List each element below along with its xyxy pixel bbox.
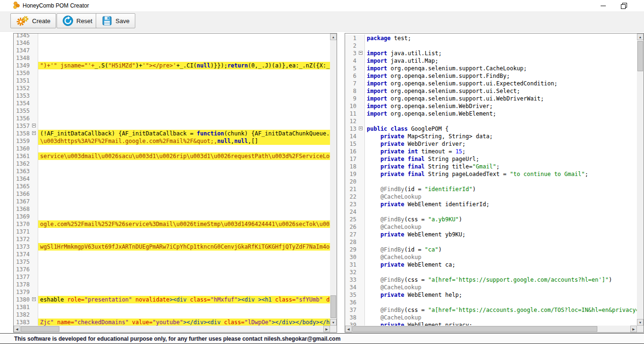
reset-button[interactable]: Reset xyxy=(57,13,98,28)
code-line[interactable]: 1package test; xyxy=(345,34,637,42)
create-button[interactable]: Create xyxy=(10,13,56,28)
scroll-right-button[interactable]: ▶ xyxy=(630,326,637,332)
code-line[interactable]: 34 @CacheLookup xyxy=(345,284,637,291)
code-line[interactable]: 1377 xyxy=(14,273,330,281)
code-line[interactable]: 18 private final String title="Gmail"; xyxy=(345,163,637,170)
code-line[interactable]: 29 @FindBy(id = "ca") xyxy=(345,246,637,253)
code-line[interactable]: 1357 xyxy=(14,122,330,130)
scroll-left-button[interactable]: ◀ xyxy=(14,326,20,332)
code-line[interactable]: 22 @CacheLookup xyxy=(345,193,637,201)
code-line[interactable]: 35 private WebElement help; xyxy=(345,291,637,299)
left-horizontal-scrollbar[interactable]: ◀ ▶ xyxy=(14,326,330,332)
scroll-down-button[interactable]: ▼ xyxy=(637,319,644,326)
scroll-up-button[interactable]: ▲ xyxy=(637,34,644,40)
code-line[interactable]: 1354 xyxy=(14,100,330,107)
code-line[interactable]: 1356 xyxy=(14,115,330,122)
code-line[interactable]: 21 @FindBy(id = "identifierId") xyxy=(345,185,637,193)
code-line[interactable]: 1359\u003dhttps%3A%2F%2Fmail.google.com%… xyxy=(14,137,330,145)
code-line[interactable]: 32 xyxy=(345,268,637,276)
code-line[interactable]: 1370ogle.com%252Fmail%252F%26service%3Dm… xyxy=(14,220,330,228)
code-line[interactable]: 1365 xyxy=(14,183,330,190)
code-line[interactable]: 1376 xyxy=(14,266,330,273)
code-line[interactable]: 1355 xyxy=(14,107,330,115)
code-line[interactable]: 1364 xyxy=(14,175,330,183)
code-line[interactable]: 9import org.openqa.selenium.support.ui.W… xyxy=(345,95,637,102)
code-line[interactable]: 16 private int timeout = 15; xyxy=(345,148,637,155)
code-line[interactable]: 10import org.openqa.selenium.WebDriver; xyxy=(345,102,637,110)
code-line[interactable]: 2 xyxy=(345,42,637,50)
minimize-button[interactable] xyxy=(595,0,611,11)
code-line[interactable]: 17 private final String pageUrl; xyxy=(345,155,637,163)
code-line[interactable]: 1378 xyxy=(14,281,330,288)
save-button[interactable]: Save xyxy=(96,13,135,28)
fold-collapse-icon[interactable] xyxy=(32,296,38,303)
code-line[interactable]: 1380eshable role="presentation" novalida… xyxy=(14,296,330,303)
code-line[interactable]: 1363 xyxy=(14,168,330,175)
code-line[interactable]: 1348 xyxy=(14,54,330,62)
generated-pom-editor[interactable]: 1package test;23import java.util.List;4i… xyxy=(345,33,644,333)
code-line[interactable]: 3import java.util.List; xyxy=(345,50,637,57)
code-line[interactable]: 1371 xyxy=(14,228,330,235)
horizontal-scroll-thumb[interactable] xyxy=(352,326,597,332)
code-line[interactable]: 1369 xyxy=(14,213,330,220)
right-horizontal-scrollbar[interactable]: ◀ ▶ xyxy=(345,326,637,332)
code-line[interactable]: 1353 xyxy=(14,92,330,100)
code-line[interactable]: 1361service\u003dmail\u0026sacu\u003d1\u… xyxy=(14,152,330,160)
code-line[interactable]: 5import org.openqa.selenium.support.Cach… xyxy=(345,65,637,72)
right-vertical-scrollbar[interactable]: ▲ ▼ xyxy=(637,34,644,326)
left-vertical-scrollbar[interactable]: ▲ ▼ xyxy=(330,34,337,326)
code-line[interactable]: 1382 xyxy=(14,311,330,319)
code-line[interactable]: 1347 xyxy=(14,47,330,54)
code-line[interactable]: 7import org.openqa.selenium.support.ui.E… xyxy=(345,80,637,87)
code-line[interactable]: 20 xyxy=(345,178,637,185)
fold-collapse-icon[interactable] xyxy=(32,122,38,130)
code-line[interactable]: 8import org.openqa.selenium.support.ui.S… xyxy=(345,87,637,95)
code-line[interactable]: 1352 xyxy=(14,84,330,92)
code-line[interactable]: 36 xyxy=(345,299,637,306)
source-code-editor[interactable]: 13451346134713481349")+'" jsname="'+_.S(… xyxy=(13,33,337,333)
code-line[interactable]: 1346 xyxy=(14,39,330,47)
code-line[interactable]: 23 private WebElement identifierId; xyxy=(345,201,637,208)
source-code-viewport[interactable]: 13451346134713481349")+'" jsname="'+_.S(… xyxy=(14,34,330,326)
code-line[interactable]: 12 xyxy=(345,117,637,125)
code-line[interactable]: 1383Zjc" name="checkedDomains" value="yo… xyxy=(14,319,330,326)
code-line[interactable]: 1367 xyxy=(14,198,330,205)
scroll-right-button[interactable]: ▶ xyxy=(323,326,330,332)
code-line[interactable]: 11import org.openqa.selenium.WebElement; xyxy=(345,110,637,117)
maximize-restore-button[interactable] xyxy=(616,0,632,11)
scroll-up-button[interactable]: ▲ xyxy=(330,34,337,40)
code-line[interactable]: 15 private WebDriver driver; xyxy=(345,140,637,148)
generated-pom-viewport[interactable]: 1package test;23import java.util.List;4i… xyxy=(345,34,637,326)
code-line[interactable]: 13public class GooglePOM { xyxy=(345,125,637,133)
code-line[interactable]: 1366 xyxy=(14,190,330,198)
code-line[interactable]: 33 @FindBy(css = "a[href='https://suppor… xyxy=(345,276,637,284)
code-line[interactable]: 26 @CacheLookup xyxy=(345,223,637,231)
code-line[interactable]: 1362 xyxy=(14,160,330,168)
code-line[interactable]: 31 private WebElement ca; xyxy=(345,261,637,268)
code-line[interactable]: 1360 xyxy=(14,145,330,152)
code-line[interactable]: 14 private Map<String, String> data; xyxy=(345,133,637,140)
code-line[interactable]: 1379 xyxy=(14,288,330,296)
code-line[interactable]: 27 private WebElement yb9KU; xyxy=(345,231,637,238)
fold-collapse-icon[interactable] xyxy=(358,50,365,57)
horizontal-scroll-thumb[interactable] xyxy=(21,326,59,332)
vertical-scroll-thumb[interactable] xyxy=(637,41,643,71)
code-line[interactable]: 6import org.openqa.selenium.support.Find… xyxy=(345,72,637,80)
fold-collapse-icon[interactable] xyxy=(358,125,365,133)
code-line[interactable]: 1351 xyxy=(14,77,330,84)
vertical-scroll-thumb[interactable] xyxy=(330,295,336,318)
code-line[interactable]: 1345 xyxy=(14,34,330,39)
code-line[interactable]: 1350 xyxy=(14,69,330,77)
code-line[interactable]: 1373wgSl1HrMmkmgpV63uxt69fJxARTnDUEgPmAR… xyxy=(14,243,330,251)
code-line[interactable]: 19 private final String pageLoadedText =… xyxy=(345,170,637,178)
code-line[interactable]: 1372 xyxy=(14,235,330,243)
code-line[interactable]: 25 @FindBy(css = "a.yb9KU") xyxy=(345,216,637,223)
code-line[interactable]: 1368 xyxy=(14,205,330,213)
code-line[interactable]: 1349")+'" jsname="'+_.S("H5iMZd")+'"></p… xyxy=(14,62,330,69)
code-line[interactable]: 1375 xyxy=(14,258,330,266)
scroll-left-button[interactable]: ◀ xyxy=(345,326,352,332)
code-line[interactable]: 30 @CacheLookup xyxy=(345,253,637,261)
code-line[interactable]: 24 xyxy=(345,208,637,216)
code-line[interactable]: 39 private WebElement privacy; xyxy=(345,321,637,326)
code-line[interactable]: 28 xyxy=(345,238,637,246)
